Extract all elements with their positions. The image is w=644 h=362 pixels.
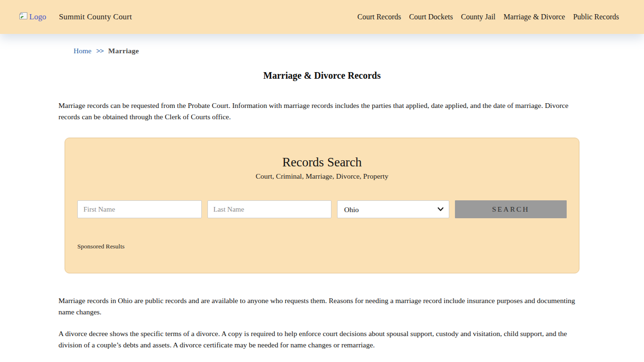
site-title: Summit County Court: [59, 12, 132, 22]
page-title: Marriage & Divorce Records: [58, 70, 586, 81]
breadcrumb-separator: >>: [96, 47, 104, 55]
panel-title: Records Search: [77, 155, 567, 170]
broken-image-icon: [19, 12, 28, 22]
first-name-input[interactable]: [77, 200, 202, 218]
breadcrumb-home-link[interactable]: Home: [74, 47, 91, 55]
divorce-decree-paragraph: A divorce decree shows the specific term…: [58, 328, 586, 351]
nav-court-records[interactable]: Court Records: [357, 13, 401, 21]
main-nav: Court Records Court Dockets County Jail …: [357, 13, 619, 21]
brand-area: Logo Summit County Court: [19, 12, 132, 22]
state-select[interactable]: Ohio: [337, 200, 449, 218]
nav-public-records[interactable]: Public Records: [573, 13, 619, 21]
panel-subtitle: Court, Criminal, Marriage, Divorce, Prop…: [77, 172, 567, 181]
intro-paragraph: Marriage records can be requested from t…: [58, 100, 586, 123]
breadcrumb: Home >> Marriage: [74, 47, 586, 55]
header: Logo Summit County Court Court Records C…: [0, 0, 644, 34]
last-name-input[interactable]: [207, 200, 332, 218]
nav-county-jail[interactable]: County Jail: [461, 13, 495, 21]
nav-court-dockets[interactable]: Court Dockets: [409, 13, 453, 21]
marriage-records-paragraph: Marriage records in Ohio are public reco…: [58, 295, 586, 318]
search-button[interactable]: SEARCH: [455, 200, 567, 218]
main-content: Home >> Marriage Marriage & Divorce Reco…: [58, 47, 586, 351]
state-select-wrap: Ohio: [337, 200, 449, 218]
logo-alt-text: Logo: [29, 12, 46, 22]
records-search-panel: Records Search Court, Criminal, Marriage…: [65, 138, 579, 273]
sponsored-results-label: Sponsored Results: [77, 243, 567, 250]
nav-marriage-divorce[interactable]: Marriage & Divorce: [504, 13, 565, 21]
breadcrumb-current: Marriage: [108, 47, 139, 55]
logo-link[interactable]: Logo: [19, 12, 46, 22]
search-form: Ohio SEARCH: [77, 200, 567, 218]
